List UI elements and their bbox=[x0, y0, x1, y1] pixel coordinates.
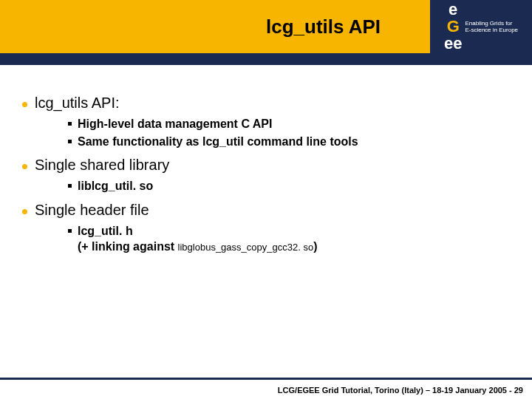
list-item: lcg_util. h (+ linking against libglobus… bbox=[68, 223, 517, 255]
egee-logo: e G ee Enabling Grids for E-science in E… bbox=[430, 0, 532, 53]
bullet-3-text: Single header file bbox=[35, 202, 149, 219]
sub-1-1: High-level data management C API bbox=[78, 116, 272, 132]
sub-3-1-line1: lcg_util. h bbox=[78, 225, 133, 237]
sub-3-1-code: libglobus_gass_copy_gcc32. so bbox=[178, 242, 314, 253]
footer-divider bbox=[0, 378, 532, 380]
sub-3-1: lcg_util. h (+ linking against libglobus… bbox=[78, 223, 317, 255]
square-icon bbox=[68, 229, 72, 233]
bullet-1-text: lcg_utils API: bbox=[35, 95, 120, 112]
slide-body: lcg_utils API: High-level data managemen… bbox=[0, 65, 532, 255]
bullet-dot-icon bbox=[22, 102, 27, 107]
bullet-2-text: Single shared library bbox=[35, 157, 169, 174]
bullet-2-subs: liblcg_util. so bbox=[68, 178, 517, 194]
bullet-dot-icon bbox=[22, 209, 27, 214]
bullet-1: lcg_utils API: bbox=[22, 95, 517, 112]
logo-tagline: Enabling Grids for E-science in Europe bbox=[465, 20, 518, 33]
square-icon bbox=[68, 122, 72, 126]
logo-e-icon: e bbox=[449, 1, 457, 18]
logo-g-icon: G bbox=[447, 18, 460, 35]
logo-ee-icon: ee bbox=[444, 35, 462, 52]
sub-1-2: Same functionality as lcg_util command l… bbox=[78, 134, 358, 150]
header-underline bbox=[0, 53, 532, 65]
bullet-3-subs: lcg_util. h (+ linking against libglobus… bbox=[68, 223, 517, 255]
title-area: lcg_utils API bbox=[148, 0, 430, 53]
sub-2-1: liblcg_util. so bbox=[78, 178, 153, 194]
logo-graphic: e G ee bbox=[444, 1, 462, 52]
tagline-2: E-science in Europe bbox=[465, 27, 518, 33]
slide-title: lcg_utils API bbox=[266, 16, 381, 38]
sub-3-1-prefix: (+ linking against bbox=[78, 240, 178, 253]
tagline-1: Enabling Grids for bbox=[465, 20, 512, 27]
list-item: liblcg_util. so bbox=[68, 178, 517, 194]
slide-footer: LCG/EGEE Grid Tutorial, Torino (Italy) –… bbox=[278, 386, 523, 395]
list-item: High-level data management C API bbox=[68, 116, 517, 132]
bullet-dot-icon bbox=[22, 164, 27, 169]
square-icon bbox=[68, 184, 72, 188]
header-accent bbox=[0, 0, 148, 53]
bullet-3: Single header file bbox=[22, 202, 517, 219]
slide-header: lcg_utils API e G ee Enabling Grids for … bbox=[0, 0, 532, 53]
bullet-2: Single shared library bbox=[22, 157, 517, 174]
bullet-1-subs: High-level data management C API Same fu… bbox=[68, 116, 517, 149]
sub-3-1-suffix: ) bbox=[313, 240, 317, 253]
square-icon bbox=[68, 140, 72, 143]
list-item: Same functionality as lcg_util command l… bbox=[68, 134, 517, 150]
